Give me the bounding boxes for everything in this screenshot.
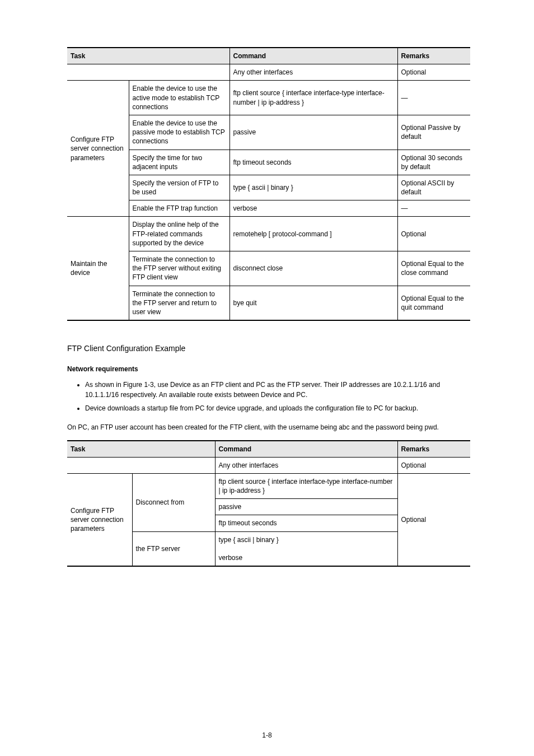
cell: ftp client source { interface interface-… [215,473,397,498]
cell: Optional [397,473,470,566]
sub-c12 [67,457,215,473]
sub-c4: Optional [397,64,470,81]
requirements-list: As shown in Figure 1-3, use Device as an… [67,380,467,413]
cell: verbose [229,200,397,217]
header-task: Task [67,441,215,458]
cell: Specify the time for two adjacent inputs [129,150,229,175]
cell: type { ascii | binary } [229,175,397,200]
sub-c12 [67,64,229,81]
cell: Optional Equal to the quit command [397,286,470,320]
table-subheader-row: Any other interfaces Optional [67,64,470,81]
table-subheader-row: Any other interfaces Optional [67,457,470,473]
page-number: 1-8 [0,731,534,739]
group1-label: Configure FTP server connection paramete… [67,473,132,566]
header-remarks: Remarks [397,441,470,458]
cell: passive [215,499,397,515]
sublabel: Disconnect from [132,473,215,531]
cell: passive [229,115,397,150]
paragraph: On PC, an FTP user account has been crea… [67,422,467,432]
sub-c3: Any other interfaces [215,457,397,473]
cell: Optional [397,217,470,251]
cell: Terminate the connection to the FTP serv… [129,286,229,320]
table-ftp-config: Task Command Remarks Any other interface… [67,47,470,321]
group1-label: Configure FTP server connection paramete… [67,81,129,217]
cell: — [397,200,470,217]
header-command: Command [229,48,397,64]
header-remarks: Remarks [397,48,470,64]
header-task: Task [67,48,229,64]
sub2: the FTP server [132,531,215,566]
table-row: Configure FTP server connection paramete… [67,473,470,498]
network-req-heading: Network requirements [67,365,467,374]
cell: Optional ASCII by default [397,175,470,200]
header-command: Command [215,441,397,458]
table-header-row: Task Command Remarks [67,48,470,64]
cell: remotehelp [ protocol-command ] [229,217,397,251]
cell: Optional 30 seconds by default [397,150,470,175]
list-item: As shown in Figure 1-3, use Device as an… [85,380,467,400]
cell: ftp timeout seconds [229,150,397,175]
cell: ftp client source { interface interface-… [229,81,397,115]
cell: Optional Equal to the close command [397,251,470,286]
list-item: Device downloads a startup file from PC … [85,403,467,413]
cell: — [397,81,470,115]
table-header-row: Task Command Remarks [67,441,470,458]
cell: Optional Passive by default [397,115,470,150]
sub-c4: Optional [397,457,470,473]
cell: Enable the device to use the passive mod… [129,115,229,150]
cell: type { ascii | binary } verbose [215,531,397,566]
table-ftp-example: Task Command Remarks Any other interface… [67,440,470,567]
sub-c3: Any other interfaces [229,64,397,81]
group2-label: Maintain the device [67,217,129,320]
cell: Enable the FTP trap function [129,200,229,217]
table-row: Configure FTP server connection paramete… [67,81,470,115]
cell: Display the online help of the FTP-relat… [129,217,229,251]
cell: Specify the version of FTP to be used [129,175,229,200]
cell: Terminate the connection to the FTP serv… [129,251,229,286]
section-title: FTP Client Configuration Example [67,343,467,354]
cell: disconnect close [229,251,397,286]
cell: ftp timeout seconds [215,515,397,531]
page-container: Task Command Remarks Any other interface… [0,0,534,756]
cell: Enable the device to use the active mode… [129,81,229,115]
cell: bye quit [229,286,397,320]
table-row: Maintain the device Display the online h… [67,217,470,251]
